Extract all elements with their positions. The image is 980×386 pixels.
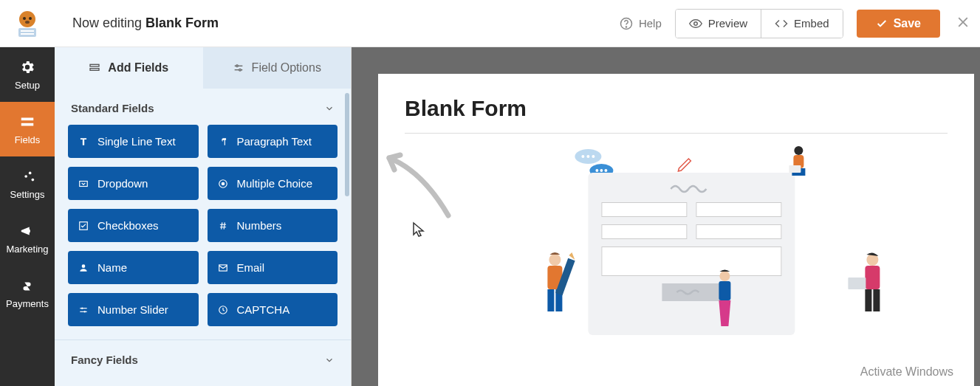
svg-point-30 — [84, 311, 86, 312]
field-paragraph-text[interactable]: Paragraph Text — [208, 125, 338, 158]
tab-add-fields-label: Add Fields — [108, 61, 168, 75]
nav-marketing[interactable]: Marketing — [0, 211, 55, 266]
help-link[interactable]: Help — [620, 17, 662, 30]
chevron-down-icon — [324, 355, 335, 365]
hint-arrow-icon — [378, 149, 459, 223]
preview-button[interactable]: Preview — [676, 10, 761, 38]
group-standard-fields[interactable]: Standard Fields — [55, 89, 351, 125]
field-single-line-text[interactable]: Single Line Text — [68, 125, 199, 158]
scrollbar[interactable] — [345, 93, 349, 196]
group-fancy-fields-label: Fancy Fields — [71, 354, 138, 366]
top-bar: Now editing Blank Form Help Preview Embe… — [0, 0, 980, 47]
svg-point-40 — [794, 146, 803, 155]
svg-point-9 — [693, 21, 697, 25]
group-fancy-fields[interactable]: Fancy Fields — [55, 340, 351, 376]
svg-point-25 — [82, 264, 86, 268]
standard-fields-grid: Single Line Text Paragraph Text Dropdown… — [55, 125, 351, 340]
svg-marker-52 — [719, 300, 730, 326]
svg-point-38 — [600, 169, 603, 172]
svg-point-13 — [24, 175, 27, 178]
svg-point-12 — [29, 171, 32, 174]
nav-settings-label: Settings — [10, 189, 45, 200]
svg-rect-56 — [873, 289, 880, 311]
canvas-wrap: Blank Form — [352, 47, 980, 386]
svg-rect-54 — [865, 266, 880, 289]
svg-rect-46 — [547, 289, 554, 311]
svg-rect-6 — [21, 33, 34, 35]
svg-rect-4 — [18, 28, 36, 37]
field-email[interactable]: Email — [208, 251, 338, 284]
svg-rect-10 — [21, 117, 34, 120]
editing-prefix: Now editing — [72, 15, 145, 30]
editing-title: Blank Form — [145, 15, 219, 30]
tab-field-options-label: Field Options — [252, 61, 321, 75]
svg-point-35 — [592, 155, 594, 158]
tab-field-options[interactable]: Field Options — [203, 47, 352, 89]
nav-marketing-label: Marketing — [6, 244, 48, 255]
svg-point-2 — [29, 17, 32, 20]
svg-rect-55 — [865, 289, 871, 311]
field-multiple-choice[interactable]: Multiple Choice — [208, 167, 338, 200]
svg-rect-43 — [789, 165, 801, 173]
save-label: Save — [894, 17, 921, 30]
svg-point-34 — [586, 155, 589, 158]
app-logo — [0, 0, 55, 47]
side-panel: Add Fields Field Options Standard Fields… — [55, 47, 352, 386]
svg-rect-51 — [719, 281, 730, 300]
group-standard-fields-label: Standard Fields — [71, 102, 154, 114]
svg-point-50 — [719, 271, 730, 281]
nav-setup[interactable]: Setup — [0, 47, 55, 102]
pencil-icon — [676, 155, 694, 173]
form-divider — [405, 133, 948, 134]
svg-point-44 — [549, 254, 561, 266]
nav-payments[interactable]: Payments — [0, 266, 55, 320]
field-name[interactable]: Name — [68, 251, 199, 284]
svg-point-39 — [604, 169, 607, 172]
nav-settings[interactable]: Settings — [0, 156, 55, 211]
cursor-icon — [412, 221, 425, 238]
nav-fields[interactable]: Fields — [0, 102, 55, 156]
svg-point-1 — [23, 17, 26, 20]
field-dropdown[interactable]: Dropdown — [68, 167, 199, 200]
embed-label: Embed — [794, 17, 829, 30]
svg-point-33 — [581, 155, 584, 158]
svg-rect-57 — [848, 278, 866, 289]
nav-setup-label: Setup — [15, 80, 40, 91]
person-icon — [529, 251, 580, 332]
field-checkboxes[interactable]: Checkboxes — [68, 209, 199, 242]
help-label: Help — [639, 17, 662, 30]
tab-add-fields[interactable]: Add Fields — [55, 47, 203, 89]
preview-label: Preview — [708, 17, 747, 30]
nav-fields-label: Fields — [15, 134, 41, 145]
svg-rect-15 — [90, 64, 99, 66]
svg-rect-11 — [21, 123, 34, 125]
panel-scroll[interactable]: Standard Fields Single Line Text Paragra… — [55, 89, 351, 386]
svg-point-29 — [81, 307, 83, 309]
svg-point-19 — [236, 65, 238, 67]
svg-point-37 — [595, 169, 598, 172]
preview-embed-group: Preview Embed — [675, 9, 843, 38]
chevron-down-icon — [324, 103, 335, 114]
sidepanel-tabs: Add Fields Field Options — [55, 47, 351, 89]
svg-rect-16 — [90, 69, 99, 71]
field-captcha[interactable]: CAPTCHA — [208, 293, 338, 326]
field-number-slider[interactable]: Number Slider — [68, 293, 199, 326]
person-icon — [780, 143, 817, 187]
svg-point-23 — [221, 182, 225, 185]
form-canvas[interactable]: Blank Form — [378, 74, 974, 386]
svg-rect-21 — [80, 181, 88, 186]
empty-state-illustration — [492, 155, 876, 362]
embed-button[interactable]: Embed — [761, 10, 843, 38]
person-icon — [706, 269, 743, 342]
svg-point-8 — [626, 26, 626, 27]
windows-watermark: Activate Windows — [860, 365, 953, 379]
close-button[interactable] — [955, 14, 971, 33]
save-button[interactable]: Save — [857, 10, 940, 38]
svg-point-20 — [239, 69, 241, 71]
field-numbers[interactable]: Numbers — [208, 209, 338, 242]
nav-payments-label: Payments — [6, 298, 49, 309]
svg-point-0 — [19, 11, 35, 27]
person-icon — [846, 251, 898, 332]
left-nav: Setup Fields Settings Marketing Payments — [0, 47, 55, 386]
mock-form — [588, 173, 795, 335]
